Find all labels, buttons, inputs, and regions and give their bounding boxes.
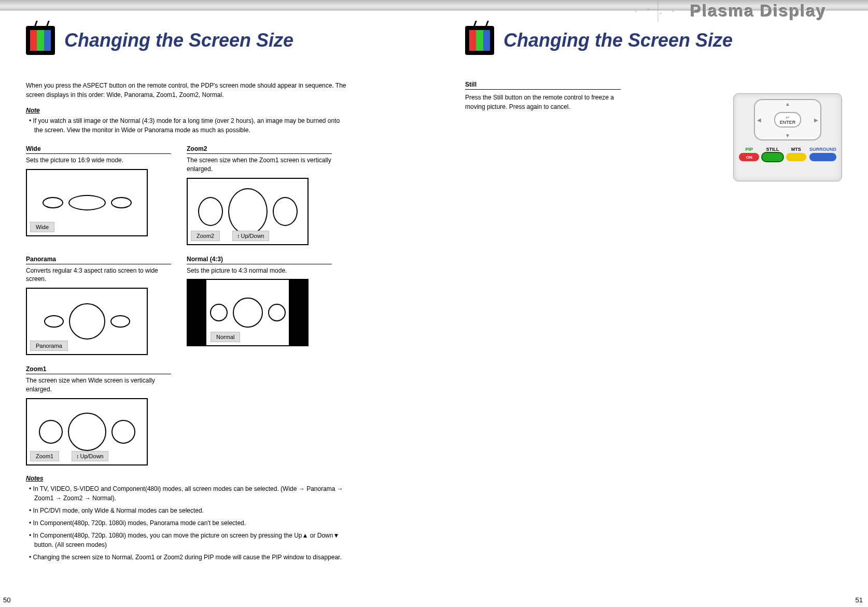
notes-section: Notes In TV, VIDEO, S-VIDEO and Componen… [26, 475, 358, 562]
still-pill [762, 153, 782, 161]
arrow-right-icon: ▶ [814, 117, 818, 123]
diagram-zoom2: Zoom2 Up/Down [187, 178, 309, 245]
surround-button: SURROUND [809, 147, 836, 161]
diagram-panorama: Panorama [26, 288, 148, 355]
page-spread: Changing the Screen Size When you press … [0, 10, 868, 607]
diagram-tag: Wide [30, 222, 54, 232]
intro-text: When you press the ASPECT button on the … [26, 81, 347, 100]
pip-label: PIP [739, 147, 759, 152]
mode-panorama: Panorama Converts regular 4:3 aspect rat… [26, 256, 171, 356]
updown-tag: Up/Down [232, 231, 269, 241]
mode-zoom2: Zoom2 The screen size when the Zoom1 scr… [187, 145, 332, 245]
mts-label: MTS [786, 147, 806, 152]
mode-desc: The screen size when the Zoom1 screen is… [187, 156, 332, 174]
page-number: 51 [856, 596, 863, 604]
page-number: 50 [3, 596, 10, 604]
arrow-left-icon: ◀ [757, 117, 761, 123]
page-title: Changing the Screen Size [64, 30, 293, 51]
mts-pill [786, 153, 806, 161]
notes-item: Changing the screen size to Normal, Zoom… [26, 553, 347, 562]
page-left: Changing the Screen Size When you press … [0, 10, 434, 607]
tv-icon [465, 26, 494, 55]
remote-control: ▲ ▼ ◀ ▶ ENTER PIP ON STILL MTS [733, 93, 842, 181]
mode-title: Zoom2 [187, 145, 332, 154]
note-bullet: If you watch a still image or the Normal… [26, 116, 347, 135]
mode-wide: Wide Sets the picture to 16:9 wide mode.… [26, 145, 171, 245]
pip-pill: ON [739, 153, 759, 161]
diagram-tag: Zoom1 [30, 451, 59, 461]
still-desc: Press the Still button on the remote con… [465, 93, 621, 111]
notes-item: In PC/DVI mode, only Wide & Normal modes… [26, 506, 347, 515]
mode-desc: Sets the picture to 4:3 normal mode. [187, 266, 332, 275]
page-right: Changing the Screen Size Still Press the… [434, 10, 868, 607]
title-row-right: Changing the Screen Size [465, 26, 837, 55]
mode-desc: Sets the picture to 16:9 wide mode. [26, 156, 171, 165]
still-block: Still Press the Still button on the remo… [465, 81, 621, 111]
page-title: Changing the Screen Size [503, 30, 733, 51]
arrow-up-icon: ▲ [785, 101, 790, 107]
notes-item: In Component(480p, 720p. 1080i) modes, P… [26, 518, 347, 528]
mode-title: Wide [26, 145, 171, 154]
notes-heading: Notes [26, 475, 358, 482]
pip-button: PIP ON [739, 147, 759, 161]
notes-item: In TV, VIDEO, S-VIDEO and Component(480i… [26, 484, 347, 503]
still-label: STILL [762, 147, 782, 152]
remote-button-row: PIP ON STILL MTS SURROUND [739, 147, 836, 161]
enter-label: ENTER [780, 120, 796, 125]
tv-icon [26, 26, 55, 55]
diagram-tag: Panorama [30, 341, 68, 351]
diagram-wide: Wide [26, 169, 148, 236]
diagram-tag: Zoom2 [191, 231, 220, 241]
mts-button: MTS [786, 147, 806, 161]
modes-grid: Wide Sets the picture to 16:9 wide mode.… [26, 145, 408, 465]
title-row-left: Changing the Screen Size [26, 26, 408, 55]
notes-item: In Component(480p, 720p. 1080i) modes, y… [26, 531, 347, 549]
mode-zoom1: Zoom1 The screen size when Wide screen i… [26, 365, 171, 465]
dpad: ▲ ▼ ◀ ▶ ENTER [754, 99, 821, 140]
mode-normal: Normal (4:3) Sets the picture to 4:3 nor… [187, 256, 332, 356]
arrow-down-icon: ▼ [785, 133, 790, 138]
note-heading: Note [26, 107, 408, 114]
still-title: Still [465, 81, 621, 90]
diagram-tag: Normal [211, 332, 240, 342]
mode-title: Normal (4:3) [187, 256, 332, 264]
surround-pill [809, 153, 836, 161]
still-button: STILL [762, 147, 782, 161]
diagram-zoom1: Zoom1 Up/Down [26, 398, 148, 465]
mode-title: Panorama [26, 256, 171, 264]
enter-button: ENTER [774, 112, 801, 128]
surround-label: SURROUND [809, 147, 836, 152]
mode-title: Zoom1 [26, 365, 171, 374]
diagram-normal: Normal [187, 279, 309, 346]
updown-tag: Up/Down [72, 451, 108, 461]
mode-desc: Converts regular 4:3 aspect ratio screen… [26, 266, 171, 284]
mode-desc: The screen size when Wide screen is vert… [26, 376, 171, 394]
